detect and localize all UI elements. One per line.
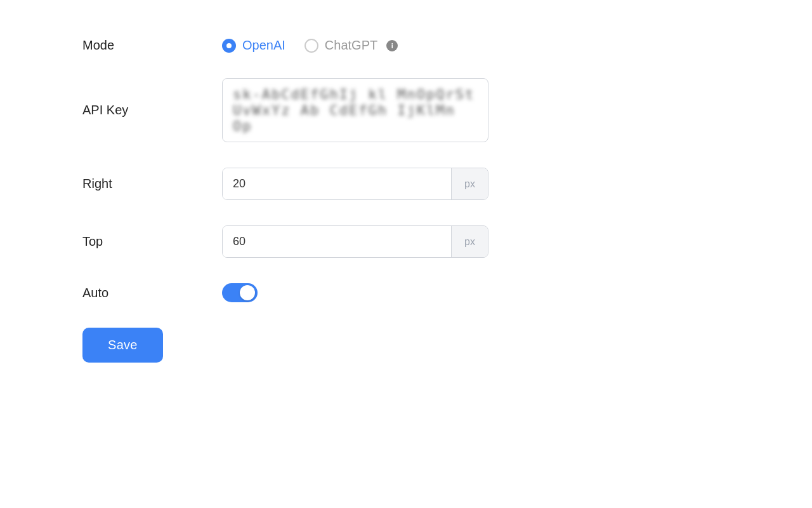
right-input[interactable] [223,168,451,199]
auto-content [222,283,488,302]
save-row: Save [82,328,488,363]
right-content: px [222,168,488,200]
api-key-value: sk-AbCdEfGhIj kl MnOpQrSt UvWxYz Ab CdEf… [233,86,478,134]
openai-option[interactable]: OpenAI [222,38,285,53]
api-key-content: sk-AbCdEfGhIj kl MnOpQrSt UvWxYz Ab CdEf… [222,78,488,142]
right-px-suffix: px [451,168,488,199]
save-button[interactable]: Save [82,328,163,363]
auto-toggle[interactable] [222,283,258,302]
top-px-suffix: px [451,226,488,257]
auto-toggle-wrapper [222,283,488,302]
mode-row: Mode OpenAI ChatGPT i [82,38,488,53]
top-input[interactable] [223,226,451,257]
mode-options: OpenAI ChatGPT i [222,38,488,53]
right-row: Right px [82,168,488,200]
toggle-knob [240,285,255,300]
chatgpt-info-icon[interactable]: i [386,40,398,51]
auto-label: Auto [82,286,222,300]
settings-form: Mode OpenAI ChatGPT i API Key [0,0,571,426]
top-label: Top [82,234,222,249]
openai-radio[interactable] [222,39,236,53]
mode-label: Mode [82,38,222,53]
chatgpt-radio[interactable] [304,39,318,53]
top-row: Top px [82,225,488,258]
chatgpt-label: ChatGPT [325,38,377,53]
chatgpt-option[interactable]: ChatGPT i [304,38,398,53]
right-input-wrapper: px [222,168,488,200]
api-key-row: API Key sk-AbCdEfGhIj kl MnOpQrSt UvWxYz… [82,78,488,142]
api-key-container: sk-AbCdEfGhIj kl MnOpQrSt UvWxYz Ab CdEf… [222,78,488,142]
top-input-wrapper: px [222,225,488,258]
auto-row: Auto [82,283,488,302]
openai-label: OpenAI [242,38,285,53]
right-label: Right [82,177,222,191]
top-content: px [222,225,488,258]
api-key-label: API Key [82,103,222,117]
